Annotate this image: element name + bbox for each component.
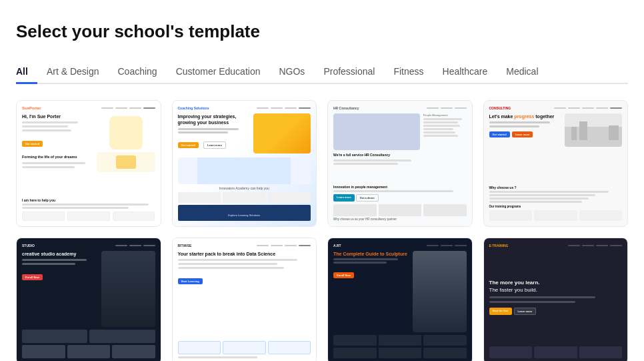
template-card-creative-studio[interactable]: STUDIO creative studio academy Enroll No… (16, 238, 161, 361)
tab-ngos[interactable]: NGOs (269, 61, 314, 84)
page-wrapper: Select your school's template All Art & … (0, 0, 644, 361)
tab-art-design[interactable]: Art & Design (37, 61, 109, 84)
template-card-sue-porter[interactable]: SuePorter Hi, I'm Sue Porter Get started (16, 100, 161, 227)
tabs-bar: All Art & Design Coaching Customer Educa… (16, 61, 628, 84)
template-card-hr-consultancy[interactable]: HR Consultancy We're a full service HR C… (327, 100, 473, 227)
templates-grid: SuePorter Hi, I'm Sue Porter Get started (16, 100, 628, 361)
template-card-data-science[interactable]: BITWISE Your starter pack to break into … (172, 238, 317, 361)
tab-fitness[interactable]: Fitness (384, 61, 433, 84)
template-card-innovators-academy[interactable]: Coaching Solutions Improving your strate… (172, 100, 317, 227)
tab-professional[interactable]: Professional (314, 61, 384, 84)
tab-customer-education[interactable]: Customer Education (167, 61, 270, 84)
template-card-consulting[interactable]: CONSULTING Let's make progress together … (483, 100, 629, 227)
tab-healthcare[interactable]: Healthcare (433, 61, 497, 84)
template-card-elearning[interactable]: E·TRAINING The more you learn.The faster… (483, 238, 629, 361)
tab-all[interactable]: All (16, 61, 37, 84)
page-title: Select your school's template (16, 21, 628, 42)
template-card-sculpture[interactable]: A.RT The Complete Guide to Sculpture Enr… (327, 238, 473, 361)
tab-coaching[interactable]: Coaching (108, 61, 166, 84)
tab-medical[interactable]: Medical (497, 61, 547, 84)
